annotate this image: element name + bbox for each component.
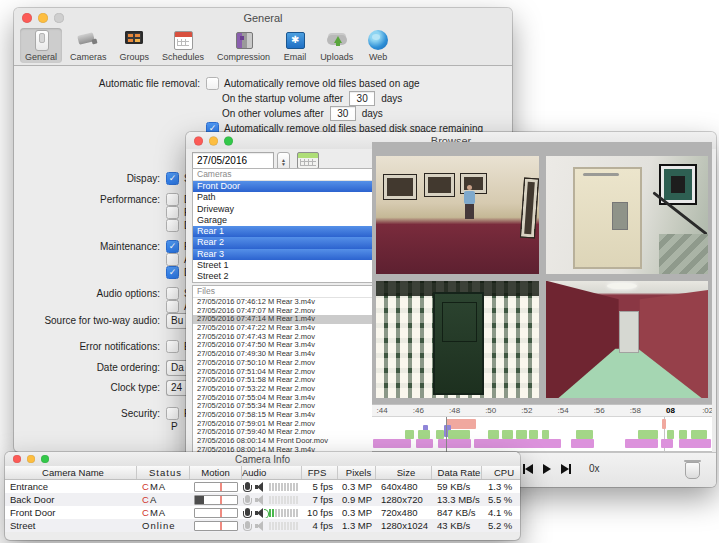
setting-label: Security: xyxy=(14,408,160,419)
timeline-bars xyxy=(372,417,712,453)
setting-label: Performance: xyxy=(14,194,160,205)
text-field[interactable]: 30 xyxy=(330,106,356,121)
checkbox[interactable]: ✓ xyxy=(166,172,179,185)
general-titlebar: General xyxy=(14,8,512,28)
level-bar xyxy=(287,483,289,491)
toolbar-item-schedules[interactable]: Schedules xyxy=(157,28,209,63)
close-button[interactable] xyxy=(22,13,32,23)
camera-list-item[interactable]: Street 2 xyxy=(193,271,373,282)
checkbox[interactable] xyxy=(166,407,179,420)
audio-indicators xyxy=(242,521,298,531)
microphone-icon[interactable] xyxy=(245,482,250,490)
toolbar-item-uploads[interactable]: Uploads xyxy=(315,28,358,63)
globe-icon xyxy=(366,30,390,51)
camera-feed-hallway[interactable] xyxy=(376,156,539,274)
camera-feed-fire-door[interactable] xyxy=(546,156,709,274)
ceiling-light-decoration xyxy=(607,283,636,289)
timeline-segment xyxy=(516,430,527,439)
step-back-button[interactable] xyxy=(523,464,533,474)
microphone-icon[interactable] xyxy=(245,521,250,529)
speaker-icon[interactable] xyxy=(255,508,265,518)
zoom-button[interactable] xyxy=(224,136,233,145)
cpu-cell: 5.2 % xyxy=(482,520,520,531)
camera-table-row[interactable]: Back DoorCA7 fps0.9 MP1280x72013.3 MB/s5… xyxy=(5,493,520,506)
speaker-icon[interactable] xyxy=(255,495,265,505)
checkbox[interactable] xyxy=(166,340,179,353)
motion-cell xyxy=(190,495,242,505)
checkbox[interactable] xyxy=(166,253,179,266)
setting-label: Source for two-way audio: xyxy=(14,315,160,326)
playhead[interactable] xyxy=(446,417,447,453)
toolbar-item-web[interactable]: Web xyxy=(361,28,395,63)
level-bar xyxy=(269,509,271,517)
setting-label: Error notifications: xyxy=(14,341,160,352)
level-bar xyxy=(275,509,277,517)
level-bar xyxy=(281,496,283,504)
data-rate-cell: 13.3 MB/s xyxy=(432,494,482,505)
checkbox[interactable] xyxy=(166,287,179,300)
data-rate-cell: 847 KB/s xyxy=(432,507,482,518)
door-decoration xyxy=(433,292,484,395)
date-input[interactable]: 27/05/2016 xyxy=(192,152,274,169)
zoom-button[interactable] xyxy=(54,13,64,23)
play-button[interactable] xyxy=(543,464,551,474)
picture-frame-decoration xyxy=(383,174,417,200)
close-button[interactable] xyxy=(194,136,203,145)
speaker-icon[interactable] xyxy=(255,521,265,531)
size-cell: 1280x1024 xyxy=(376,520,432,531)
close-button[interactable] xyxy=(13,455,21,463)
fps-cell: 5 fps xyxy=(302,481,338,492)
camera-list-item[interactable]: Street 1 xyxy=(193,260,373,271)
checkbox[interactable] xyxy=(166,193,179,206)
timeline[interactable]: :44:46:48:50:52:54:56:5808:02 xyxy=(372,404,712,452)
trash-button[interactable] xyxy=(685,460,700,477)
level-bar xyxy=(269,483,271,491)
toolbar-item-label: Uploads xyxy=(320,52,353,62)
toolbar-item-compression[interactable]: Compression xyxy=(212,28,275,63)
camera-table-row[interactable]: Front DoorCMA10 fps0.3 MP720x480847 KB/s… xyxy=(5,506,520,519)
timeline-segment xyxy=(405,430,414,439)
camera-list-item[interactable]: Rear 2 xyxy=(193,237,373,248)
checkbox[interactable] xyxy=(206,77,219,90)
camera-table-row[interactable]: EntranceCMA5 fps0.3 MP640x48059 KB/s1.3 … xyxy=(5,480,520,493)
camera-feed-picture-wall[interactable] xyxy=(376,281,539,399)
minimize-button[interactable] xyxy=(38,13,48,23)
calendar-picker-button[interactable] xyxy=(297,152,319,169)
zoom-button[interactable] xyxy=(41,455,49,463)
camera-list-item[interactable]: Driveway xyxy=(193,204,373,215)
speaker-icon[interactable] xyxy=(255,482,265,492)
toolbar-item-email[interactable]: Email xyxy=(278,28,312,63)
toolbar-item-groups[interactable]: Groups xyxy=(115,28,155,63)
camera-feed-corridor[interactable] xyxy=(546,281,709,399)
status-letter: C xyxy=(142,507,150,518)
checkbox[interactable]: ✓ xyxy=(166,266,179,279)
window-title: General xyxy=(14,12,512,24)
window-controls xyxy=(22,13,64,23)
checkbox[interactable]: ✓ xyxy=(166,240,179,253)
timeline-segment xyxy=(502,430,513,439)
window-controls xyxy=(13,455,49,463)
microphone-icon[interactable] xyxy=(245,508,250,516)
text-field[interactable]: 30 xyxy=(349,91,375,106)
cameras-list: Cameras Front DoorPathDrivewayGarageRear… xyxy=(192,168,374,283)
checkbox[interactable] xyxy=(166,206,179,219)
minimize-button[interactable] xyxy=(27,455,35,463)
microphone-icon[interactable] xyxy=(245,495,250,503)
checkbox[interactable] xyxy=(166,219,179,232)
camera-list-item[interactable]: Rear 3 xyxy=(193,249,373,260)
toolbar-item-general[interactable]: General xyxy=(20,28,62,63)
field-suffix: days xyxy=(362,108,383,119)
camera-table-row[interactable]: StreetOnline4 fps1.3 MP1280x102443 KB/s5… xyxy=(5,519,520,532)
minimize-button[interactable] xyxy=(209,136,218,145)
toolbar-item-label: Email xyxy=(284,52,307,62)
camera-list-item[interactable]: Garage xyxy=(193,215,373,226)
camera-list-item[interactable]: Path xyxy=(193,192,373,203)
camera-list-item[interactable]: Rear 1 xyxy=(193,226,373,237)
step-forward-button[interactable] xyxy=(561,464,571,474)
timeline-tick: :48 xyxy=(449,406,460,415)
toolbar-item-cameras[interactable]: Cameras xyxy=(65,28,112,63)
checkbox[interactable] xyxy=(166,300,179,313)
setting-row: On other volumes after30days xyxy=(14,106,512,121)
camera-list-item[interactable]: Front Door xyxy=(193,181,373,192)
level-bar xyxy=(284,483,286,491)
